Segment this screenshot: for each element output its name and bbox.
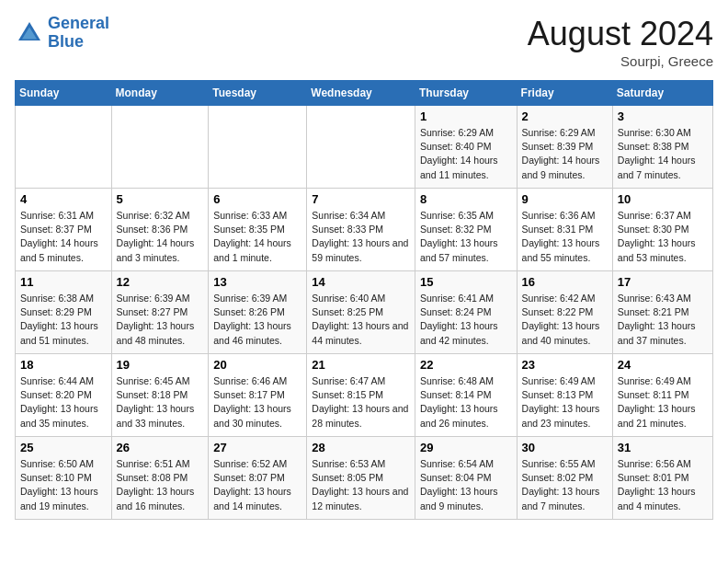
calendar-cell: 31Sunrise: 6:56 AM Sunset: 8:01 PM Dayli… — [612, 437, 712, 520]
location: Sourpi, Greece — [528, 53, 713, 69]
day-info: Sunrise: 6:45 AM Sunset: 8:18 PM Dayligh… — [117, 374, 204, 431]
day-info: Sunrise: 6:54 AM Sunset: 8:04 PM Dayligh… — [420, 457, 512, 513]
week-row-2: 4Sunrise: 6:31 AM Sunset: 8:37 PM Daylig… — [16, 189, 713, 271]
calendar-header-row: SundayMondayTuesdayWednesdayThursdayFrid… — [16, 81, 713, 106]
calendar-cell: 26Sunrise: 6:51 AM Sunset: 8:08 PM Dayli… — [111, 437, 209, 520]
calendar-cell: 6Sunrise: 6:33 AM Sunset: 8:35 PM Daylig… — [209, 189, 307, 271]
calendar-cell: 1Sunrise: 6:29 AM Sunset: 8:40 PM Daylig… — [415, 106, 517, 189]
calendar-cell: 8Sunrise: 6:35 AM Sunset: 8:32 PM Daylig… — [415, 189, 517, 271]
day-number: 30 — [522, 441, 608, 454]
day-info: Sunrise: 6:44 AM Sunset: 8:20 PM Dayligh… — [20, 374, 107, 431]
calendar-cell: 15Sunrise: 6:41 AM Sunset: 8:24 PM Dayli… — [415, 271, 517, 354]
day-info: Sunrise: 6:43 AM Sunset: 8:21 PM Dayligh… — [618, 292, 708, 348]
day-info: Sunrise: 6:35 AM Sunset: 8:32 PM Dayligh… — [420, 209, 512, 265]
calendar-cell: 12Sunrise: 6:39 AM Sunset: 8:27 PM Dayli… — [111, 271, 209, 354]
day-number: 10 — [618, 192, 708, 206]
day-info: Sunrise: 6:29 AM Sunset: 8:39 PM Dayligh… — [522, 126, 608, 182]
calendar-cell — [209, 106, 307, 189]
day-info: Sunrise: 6:50 AM Sunset: 8:10 PM Dayligh… — [20, 457, 107, 513]
day-number: 25 — [20, 441, 107, 454]
calendar-cell: 30Sunrise: 6:55 AM Sunset: 8:02 PM Dayli… — [517, 437, 612, 520]
day-number: 22 — [420, 358, 512, 372]
day-number: 19 — [117, 358, 204, 372]
day-info: Sunrise: 6:30 AM Sunset: 8:38 PM Dayligh… — [618, 126, 708, 182]
day-number: 18 — [20, 358, 107, 372]
header-sunday: Sunday — [16, 81, 112, 106]
calendar-cell — [307, 106, 415, 189]
day-number: 11 — [20, 275, 107, 289]
day-info: Sunrise: 6:36 AM Sunset: 8:31 PM Dayligh… — [522, 209, 608, 265]
day-info: Sunrise: 6:37 AM Sunset: 8:30 PM Dayligh… — [618, 209, 708, 265]
calendar-cell: 20Sunrise: 6:46 AM Sunset: 8:17 PM Dayli… — [209, 354, 307, 437]
day-info: Sunrise: 6:55 AM Sunset: 8:02 PM Dayligh… — [522, 457, 608, 513]
day-info: Sunrise: 6:42 AM Sunset: 8:22 PM Dayligh… — [522, 292, 608, 348]
calendar-cell: 25Sunrise: 6:50 AM Sunset: 8:10 PM Dayli… — [16, 437, 112, 520]
day-number: 12 — [117, 275, 204, 289]
day-info: Sunrise: 6:29 AM Sunset: 8:40 PM Dayligh… — [420, 126, 512, 182]
calendar-cell: 7Sunrise: 6:34 AM Sunset: 8:33 PM Daylig… — [307, 189, 415, 271]
day-number: 15 — [420, 275, 512, 289]
day-info: Sunrise: 6:51 AM Sunset: 8:08 PM Dayligh… — [117, 457, 204, 513]
day-info: Sunrise: 6:52 AM Sunset: 8:07 PM Dayligh… — [213, 457, 301, 513]
day-info: Sunrise: 6:38 AM Sunset: 8:29 PM Dayligh… — [20, 292, 107, 348]
calendar-cell: 19Sunrise: 6:45 AM Sunset: 8:18 PM Dayli… — [111, 354, 209, 437]
week-row-3: 11Sunrise: 6:38 AM Sunset: 8:29 PM Dayli… — [16, 271, 713, 354]
calendar-cell: 28Sunrise: 6:53 AM Sunset: 8:05 PM Dayli… — [307, 437, 415, 520]
calendar-cell: 23Sunrise: 6:49 AM Sunset: 8:13 PM Dayli… — [517, 354, 612, 437]
day-info: Sunrise: 6:39 AM Sunset: 8:26 PM Dayligh… — [213, 292, 301, 348]
day-number: 14 — [312, 275, 410, 289]
header-thursday: Thursday — [415, 81, 517, 106]
calendar-cell: 4Sunrise: 6:31 AM Sunset: 8:37 PM Daylig… — [16, 189, 112, 271]
day-number: 21 — [312, 358, 410, 372]
day-info: Sunrise: 6:33 AM Sunset: 8:35 PM Dayligh… — [213, 209, 301, 265]
header-tuesday: Tuesday — [209, 81, 307, 106]
day-number: 23 — [522, 358, 608, 372]
day-info: Sunrise: 6:40 AM Sunset: 8:25 PM Dayligh… — [312, 292, 410, 348]
page-header: General Blue August 2024 Sourpi, Greece — [15, 15, 713, 69]
day-number: 6 — [213, 192, 301, 206]
day-number: 1 — [420, 109, 512, 123]
day-info: Sunrise: 6:49 AM Sunset: 8:13 PM Dayligh… — [522, 374, 608, 431]
day-number: 26 — [117, 441, 204, 454]
day-number: 17 — [618, 275, 708, 289]
week-row-4: 18Sunrise: 6:44 AM Sunset: 8:20 PM Dayli… — [16, 354, 713, 437]
day-info: Sunrise: 6:48 AM Sunset: 8:14 PM Dayligh… — [420, 374, 512, 431]
calendar-cell: 14Sunrise: 6:40 AM Sunset: 8:25 PM Dayli… — [307, 271, 415, 354]
calendar-cell — [16, 106, 112, 189]
calendar-cell: 27Sunrise: 6:52 AM Sunset: 8:07 PM Dayli… — [209, 437, 307, 520]
calendar-cell: 5Sunrise: 6:32 AM Sunset: 8:36 PM Daylig… — [111, 189, 209, 271]
day-info: Sunrise: 6:39 AM Sunset: 8:27 PM Dayligh… — [117, 292, 204, 348]
logo-general: General — [48, 14, 109, 32]
header-friday: Friday — [517, 81, 612, 106]
calendar-cell: 2Sunrise: 6:29 AM Sunset: 8:39 PM Daylig… — [517, 106, 612, 189]
calendar-cell: 9Sunrise: 6:36 AM Sunset: 8:31 PM Daylig… — [517, 189, 612, 271]
calendar-cell: 13Sunrise: 6:39 AM Sunset: 8:26 PM Dayli… — [209, 271, 307, 354]
day-number: 5 — [117, 192, 204, 206]
calendar-cell: 16Sunrise: 6:42 AM Sunset: 8:22 PM Dayli… — [517, 271, 612, 354]
calendar-cell: 21Sunrise: 6:47 AM Sunset: 8:15 PM Dayli… — [307, 354, 415, 437]
day-number: 4 — [20, 192, 107, 206]
month-title: August 2024 — [528, 15, 713, 53]
day-number: 28 — [312, 441, 410, 454]
day-number: 29 — [420, 441, 512, 454]
day-info: Sunrise: 6:31 AM Sunset: 8:37 PM Dayligh… — [20, 209, 107, 265]
calendar-cell: 10Sunrise: 6:37 AM Sunset: 8:30 PM Dayli… — [612, 189, 712, 271]
header-monday: Monday — [111, 81, 209, 106]
header-wednesday: Wednesday — [307, 81, 415, 106]
week-row-1: 1Sunrise: 6:29 AM Sunset: 8:40 PM Daylig… — [16, 106, 713, 189]
day-number: 27 — [213, 441, 301, 454]
day-number: 3 — [618, 109, 708, 123]
day-number: 8 — [420, 192, 512, 206]
day-number: 20 — [213, 358, 301, 372]
calendar-cell: 3Sunrise: 6:30 AM Sunset: 8:38 PM Daylig… — [612, 106, 712, 189]
logo: General Blue — [15, 15, 109, 52]
calendar-cell: 22Sunrise: 6:48 AM Sunset: 8:14 PM Dayli… — [415, 354, 517, 437]
calendar-cell: 24Sunrise: 6:49 AM Sunset: 8:11 PM Dayli… — [612, 354, 712, 437]
day-info: Sunrise: 6:46 AM Sunset: 8:17 PM Dayligh… — [213, 374, 301, 431]
day-info: Sunrise: 6:53 AM Sunset: 8:05 PM Dayligh… — [312, 457, 410, 513]
day-info: Sunrise: 6:47 AM Sunset: 8:15 PM Dayligh… — [312, 374, 410, 431]
calendar-cell: 17Sunrise: 6:43 AM Sunset: 8:21 PM Dayli… — [612, 271, 712, 354]
day-info: Sunrise: 6:41 AM Sunset: 8:24 PM Dayligh… — [420, 292, 512, 348]
day-info: Sunrise: 6:34 AM Sunset: 8:33 PM Dayligh… — [312, 209, 410, 265]
day-info: Sunrise: 6:49 AM Sunset: 8:11 PM Dayligh… — [618, 374, 708, 431]
